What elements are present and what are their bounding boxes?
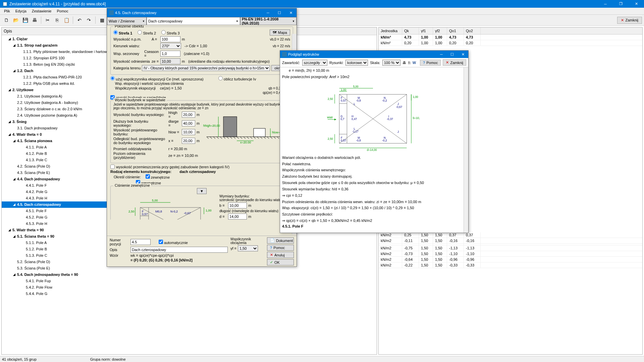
word-icon[interactable]: W <box>413 61 416 65</box>
tree-item[interactable]: 5.4.1. Pole Fup <box>2 278 377 284</box>
input-b[interactable] <box>228 202 247 208</box>
maximize-button[interactable]: ❐ <box>613 0 629 8</box>
menu-pomoc[interactable]: Pomoc <box>54 8 71 14</box>
check-zewn[interactable]: zewnętrzne <box>146 174 170 179</box>
diagram-roof-preview: F0,57 G0,7 F0,57 H0,47 I-0,37 M-0,8 M-0,… <box>326 82 420 153</box>
button-anuluj[interactable]: ✕ Anuluj <box>267 252 294 258</box>
close-button[interactable]: ✕ <box>629 0 644 8</box>
radio-strefa3[interactable]: Strefa 3 <box>161 30 180 35</box>
cut-icon[interactable]: ✂ <box>43 16 52 24</box>
check-auto[interactable]: automatycznie <box>159 240 188 245</box>
pv-scrollbar[interactable] <box>464 67 468 233</box>
tree-item[interactable]: 5.4.2. Pole Flow <box>2 284 377 291</box>
radio-strefa1[interactable]: Strefa 1 <box>113 30 132 35</box>
select-skala[interactable]: 100 % <box>382 60 400 66</box>
pv-title-text: Podgląd wydruków <box>288 52 436 56</box>
copy-icon[interactable]: ⎘ <box>408 61 411 65</box>
svg-text:M0,8: M0,8 <box>155 210 162 213</box>
radio-strefa2[interactable]: Strefa 2 <box>138 30 156 35</box>
print-icon[interactable]: 🖶 <box>30 16 39 24</box>
dialog45-maximize[interactable]: ☐ <box>274 8 285 17</box>
svg-rect-1 <box>3 2 7 6</box>
input-opis[interactable] <box>130 247 228 253</box>
close-document-button[interactable]: ✕Zamknij <box>617 17 642 24</box>
pv-titlebar[interactable]: Podgląd wydruków ─ ☐ ✕ <box>280 51 468 58</box>
svg-line-22 <box>267 137 269 139</box>
undo-icon[interactable]: ↶ <box>75 16 84 24</box>
combo-norma[interactable]: PN-EN 1991-1-4:2008 (NA:2010)▼ <box>240 17 297 25</box>
table-icon[interactable]: ▦ <box>98 16 106 24</box>
minimize-button[interactable]: ─ <box>598 0 613 8</box>
input-hhigh[interactable] <box>182 112 195 118</box>
combo-wiatr-zmienne[interactable]: Wiatr / Zmienne▼ <box>107 17 147 25</box>
button-dokument[interactable]: 📄 Dokument <box>267 237 294 244</box>
main-title: Zestawienie obciążeń v.4.11 - [przykład … <box>9 2 598 6</box>
svg-line-13 <box>237 137 239 139</box>
pv-close[interactable]: ✕ <box>458 51 468 58</box>
input-cseason[interactable] <box>160 51 180 57</box>
input-d[interactable] <box>228 214 247 220</box>
select-zawartosc[interactable]: szczegóły <box>302 60 327 66</box>
copy-icon[interactable]: ⎘ <box>53 16 61 24</box>
radio-uzyj-ce[interactable]: użyj współczynnika ekspozycji Ce (met. u… <box>110 76 204 81</box>
radio-oblicz-iv[interactable]: oblicz turbulencje Iv <box>218 76 256 81</box>
pv-maximize[interactable]: ☐ <box>447 51 458 58</box>
button-ok[interactable]: ✓ OK <box>267 259 294 265</box>
data-row: kN/m20,251,501,500,370,37 <box>379 232 642 238</box>
pv-line: Współczynnik ciśnienia wewnętrznego: <box>282 167 464 173</box>
input-wysokosc-npm[interactable] <box>160 36 180 42</box>
svg-text:hhigh=20,00: hhigh=20,00 <box>203 124 220 127</box>
select-rysunki[interactable]: kolorowe <box>345 60 368 66</box>
menu-zestawienie[interactable]: Zestawienie <box>29 8 54 14</box>
pv-button-zamknij[interactable]: ✕ Zamknij <box>443 59 466 66</box>
button-pomoc[interactable]: ? Pomoc <box>267 245 294 251</box>
col-qk: Qk <box>402 27 419 34</box>
button-mapa[interactable]: 🗺 Mapa <box>270 29 290 36</box>
open-icon[interactable]: 📂 <box>11 16 20 24</box>
combo-element[interactable]: Dach czterospadowy▼ <box>147 17 240 25</box>
svg-text:wiatr: wiatr <box>327 116 333 119</box>
svg-line-9 <box>223 137 225 139</box>
pv-minimize[interactable]: ─ <box>436 51 447 58</box>
button-expand-diagram[interactable]: ▼ <box>197 188 207 194</box>
svg-line-16 <box>247 137 249 139</box>
svg-text:hlow=: hlow= <box>272 131 280 134</box>
dialog45-minimize[interactable]: ─ <box>262 8 274 17</box>
pv-line: Stosunek pola otworów gdzie cpe ≤ 0 do p… <box>282 180 464 186</box>
paste-icon[interactable]: 📋 <box>62 16 71 24</box>
menu-plik[interactable]: Plik <box>1 8 13 14</box>
print-icon[interactable]: 🖶 <box>402 61 406 65</box>
dialog45-titlebar[interactable]: 4.5. Dach czterospadowy ─ ☐ ✕ <box>107 8 297 17</box>
select-kierunek[interactable]: 270° <box>160 43 181 49</box>
toolbar: 🗋 📂 💾 🖶 ✂ ⎘ 📋 ↶ ↷ ▦ ⧉ ✕Zamknij <box>0 14 644 26</box>
input-x[interactable] <box>182 138 195 144</box>
menubar: Plik Edycja Zestawienie Pomoc <box>0 8 644 14</box>
pv-icon <box>282 52 287 57</box>
svg-line-18 <box>254 137 256 139</box>
tree-item[interactable]: ◢5.4. Dach jednospadowy theta = 90 <box>2 272 377 278</box>
svg-line-23 <box>270 137 272 139</box>
input-numer[interactable] <box>130 239 151 245</box>
diagram-roof-small: F0,57 G0,7 F0,47 H0,47 M0,8 N-0,2 -0,37 … <box>113 194 217 220</box>
svg-text:-0,37: -0,37 <box>387 118 393 121</box>
pv-button-pomoc[interactable]: ? Pomoc <box>420 60 441 66</box>
redo-icon[interactable]: ↷ <box>85 16 93 24</box>
col-gf2: γf2 <box>433 27 447 34</box>
dialog45-close[interactable]: ✕ <box>285 8 297 17</box>
input-dlarge[interactable] <box>182 120 195 126</box>
menu-edycja[interactable]: Edycja <box>13 8 29 14</box>
pv-line: Wsp. ekspozycji: ci(zi) = 1,50 × (zi / 1… <box>282 205 464 211</box>
svg-text:-0,8: -0,8 <box>356 99 361 102</box>
svg-line-12 <box>233 137 235 139</box>
data-header: Jednostka Qk γf1 γf2 Qo1 Qo2 <box>379 27 642 35</box>
diagram-building: hhigh=20,00 hlow= x=20,00 <box>203 110 284 143</box>
save-icon[interactable]: 💾 <box>21 16 30 24</box>
select-gf[interactable]: 1,50 <box>238 245 258 251</box>
svg-text:d=14,00: d=14,00 <box>367 148 377 152</box>
select-kategoria[interactable]: IV - Obszary których ponad 15% powierzch… <box>142 65 270 71</box>
new-icon[interactable]: 🗋 <box>2 16 11 24</box>
input-hlow[interactable] <box>182 129 195 135</box>
check-gestosc[interactable]: wysokość przemieszczenia przy gęstej zab… <box>110 165 293 169</box>
tree-item[interactable]: 5.4.4. Pole G <box>2 291 377 297</box>
svg-text:2,50: 2,50 <box>128 210 135 213</box>
